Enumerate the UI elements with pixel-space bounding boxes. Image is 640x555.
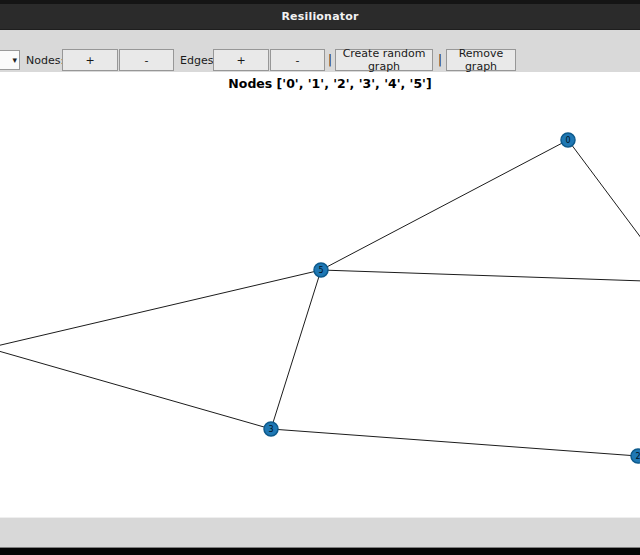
graph-edge [568, 140, 640, 282]
add-edge-button[interactable]: + [213, 49, 269, 71]
graph-canvas[interactable]: Nodes ['0', '1', '2', '3', '4', '5'] 053… [0, 72, 640, 517]
graph-node-label-0: 0 [565, 136, 570, 145]
remove-edge-button[interactable]: - [270, 49, 325, 71]
create-random-graph-button[interactable]: Create random graph [335, 49, 433, 71]
graph-edge [271, 429, 638, 456]
toolbar-row: ▾ Nodes: + - Edges: + - | Create random … [0, 49, 640, 71]
node-select-combobox[interactable]: ▾ [0, 50, 20, 70]
remove-graph-button[interactable]: Remove graph [446, 49, 516, 71]
titlebar: Resilionator [0, 4, 640, 30]
nodes-label: Nodes: [26, 49, 64, 71]
graph-node-label-2: 2 [635, 452, 640, 461]
toolbar: ▾ Nodes: + - Edges: + - | Create random … [0, 30, 640, 72]
app-window: Resilionator ▾ Nodes: + - Edges: + - | C… [0, 0, 640, 555]
graph-edge [321, 270, 640, 282]
bottom-bar [0, 517, 640, 548]
remove-node-button[interactable]: - [119, 49, 174, 71]
graph-edge [271, 270, 321, 429]
graph-plot: 0532 [0, 72, 640, 517]
toolbar-separator: | [328, 49, 332, 71]
graph-edge [0, 348, 271, 429]
bottom-strip [0, 548, 640, 555]
graph-edge [0, 270, 321, 348]
graph-node-label-5: 5 [318, 266, 323, 275]
window-title: Resilionator [281, 10, 358, 23]
chevron-down-icon: ▾ [12, 56, 19, 65]
graph-edge [321, 140, 568, 270]
add-node-button[interactable]: + [62, 49, 118, 71]
toolbar-separator: | [438, 49, 442, 71]
edges-label: Edges: [180, 49, 217, 71]
graph-node-label-3: 3 [268, 425, 273, 434]
